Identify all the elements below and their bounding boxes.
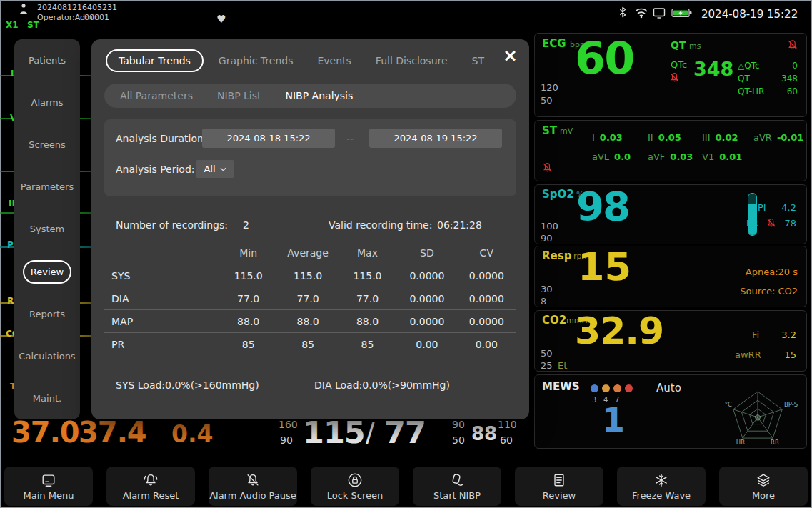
bottom-toolbar: Main Menu Alarm Reset Alarm Audio Pause … [0,464,812,508]
co2-label: CO2 [542,314,566,327]
nibp-analysis-table: Min Average Max SD CV SYS 115.0 115.0 11… [104,242,516,355]
lock-screen-button[interactable]: Lock Screen [311,467,399,506]
review-icon [551,472,567,489]
table-cell: 0.0000 [457,293,516,304]
start-nibp-button[interactable]: Start NIBP [413,467,501,506]
analysis-start-time-button[interactable]: 2024-08-18 15:22 [202,129,335,148]
svg-text:RR: RR [771,439,779,446]
resp-source: Source: CO2 [740,286,798,297]
table-cell: 85 [219,339,278,350]
sidebar-item-review[interactable]: Review [14,251,80,293]
sidebar-item-maint[interactable]: Maint. [14,377,80,419]
analysis-settings-panel: Analysis Duration: 2024-08-18 15:22 -- 2… [104,119,516,196]
tab-st[interactable]: ST [463,50,492,71]
analysis-period-value: All [204,164,215,174]
tab-tabular-trends[interactable]: Tabular Trends [106,49,204,72]
temp2-value: 37.4 [79,416,146,449]
close-icon[interactable]: × [503,46,518,64]
nibp-sys-limit-low: 90 [280,434,293,446]
sidebar-item-patients[interactable]: Patients [14,39,80,81]
co2-tile[interactable]: CO2 mmHg 32.9 50 25 Et Fi 3.2 awRR 15 [534,310,807,372]
table-cell: PR [104,339,219,350]
sidebar-item-system[interactable]: System [14,208,80,250]
analysis-period-label: Analysis Period: [116,164,195,175]
sidebar-item-calculations[interactable]: Calculations [14,335,80,377]
alarm-audio-pause-button[interactable]: Alarm Audio Pause [209,467,297,506]
wifi-icon [634,7,648,21]
qt-row-label: QT [738,74,750,84]
mews-value: 1 [602,404,625,437]
awrr-value: 15 [784,349,796,360]
sidebar-item-reports[interactable]: Reports [14,293,80,335]
nibp-pr-value: 88 [471,423,497,444]
pi-label: PI [758,202,766,213]
delta-qtc-value: 0 [792,61,798,71]
dia-load-text: DIA Load:0.0%(>90mmHg) [314,379,450,391]
resp-tile[interactable]: Resp rpm 15 30 8 Apnea:20 s Source: CO2 [534,246,807,307]
spo2-value: 98 [576,186,629,226]
analysis-end-time-button[interactable]: 2024-08-19 15:22 [369,129,502,148]
sidebar-item-screens[interactable]: Screens [14,124,80,166]
table-row-sys: SYS 115.0 115.0 115.0 0.0000 0.0000 [104,264,516,287]
spo2-tile[interactable]: SpO2 % 98 100 90 PI 4.2 PR 78 [534,184,807,244]
st-label: ST [542,124,557,137]
nibp-separator: / [366,416,375,447]
ecg-limit-low: 50 [541,95,553,106]
awrr-row: awRR 15 [735,349,796,360]
svg-text:BP-S: BP-S [784,401,798,408]
subtab-all-parameters[interactable]: All Parameters [120,90,193,101]
temp-delta-value: 0.4 [171,420,213,448]
sidebar-item-parameters[interactable]: Parameters [14,166,80,208]
tab-full-disclosure[interactable]: Full Disclosure [366,50,457,71]
st-alarm-off-icon [542,162,553,173]
tab-graphic-trends[interactable]: Graphic Trends [209,50,303,71]
table-cell: 0.0000 [397,293,456,304]
table-cell: 88.0 [278,316,337,327]
resp-label: Resp [542,249,571,262]
st-lead: aVR-0.01 [753,132,803,143]
awrr-label: awRR [735,349,761,360]
table-cell: 115.0 [278,270,337,282]
nibp-map-limit-high: 90 [452,419,465,430]
subtab-nibp-analysis[interactable]: NIBP Analysis [286,90,354,101]
svg-text:°C: °C [725,401,732,408]
table-header-min: Min [219,247,278,259]
table-cell: DIA [104,293,219,304]
st-tile[interactable]: ST mV I0.03 II0.05 III0.02 aVR-0.01 aVL0… [534,120,807,181]
table-header-max: Max [338,247,397,259]
start-nibp-icon [449,472,465,489]
battery-icon [671,7,693,21]
nibp-pr-limit-high: 110 [498,419,517,430]
co2-limit-low: 25 [541,360,553,371]
more-button[interactable]: More [719,467,808,506]
recordings-value: 2 [243,219,249,231]
valid-time-value: 06:21:28 [437,219,482,231]
main-menu-button[interactable]: Main Menu [4,467,93,506]
nibp-map-limit-low: 50 [452,434,465,446]
subtab-nibp-list[interactable]: NIBP List [217,90,261,101]
spo2-limit-low: 90 [541,233,553,244]
mews-dot-red [625,384,633,392]
analysis-period-dropdown[interactable]: All [196,160,234,178]
sys-load-text: SYS Load:0.0%(>160mmHg) [116,379,259,391]
table-cell: 77.0 [278,293,337,304]
mews-tile[interactable]: MEWS 3 4 7 Auto 1 °C BP-S HR RR [534,374,807,449]
table-cell: 115.0 [338,270,397,282]
wave-label-lead-i: I [11,69,14,79]
review-button[interactable]: Review [515,467,603,506]
mews-mode: Auto [656,382,681,394]
ecg-tile[interactable]: ECG bpm 60 120 50 QT ms QTc 348 △QTc 0 Q… [534,33,807,117]
co2-value: 32.9 [575,312,663,349]
session-id: 2024081216405231 [37,3,117,12]
nibp-dia-value: 77 [384,414,426,450]
recordings-label: Number of recordings: [116,219,228,231]
freeze-wave-button[interactable]: Freeze Wave [617,467,706,506]
sidebar-item-alarms[interactable]: Alarms [14,81,80,124]
spo2-perfusion-gauge [748,193,757,236]
review-sidebar: Patients Alarms Screens Parameters Syste… [14,39,80,419]
fi-row: Fi 3.2 [752,329,796,340]
tab-events[interactable]: Events [308,50,360,71]
display-icon [653,7,666,21]
spo2-label: SpO2 [542,188,574,201]
alarm-reset-button[interactable]: Alarm Reset [106,467,195,506]
